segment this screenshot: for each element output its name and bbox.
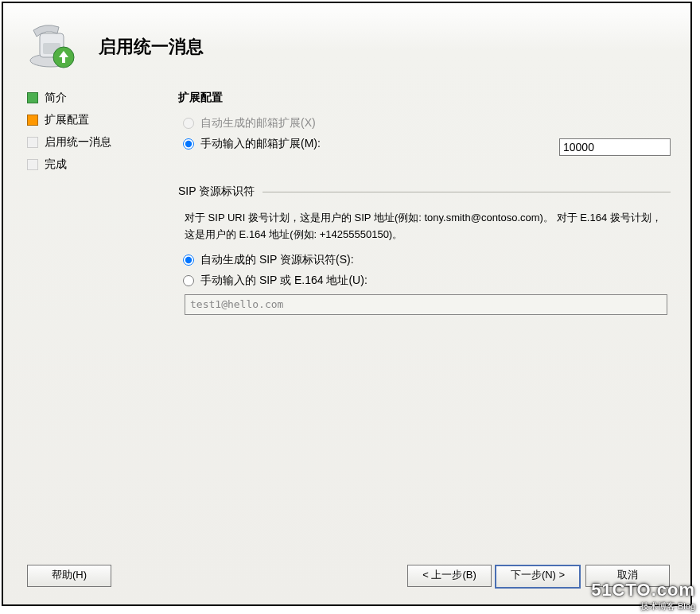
radio-manual-extension-input[interactable] — [183, 138, 194, 150]
step-label: 启用统一消息 — [45, 135, 111, 150]
step-complete: 完成 — [27, 157, 154, 172]
next-button[interactable]: 下一步(N) > — [495, 565, 581, 589]
watermark-logo: 51CTO.com — [591, 580, 695, 600]
section-title: 扩展配置 — [178, 91, 671, 105]
step-status-icon — [27, 137, 38, 148]
radio-auto-extension-input — [183, 118, 194, 129]
step-label: 简介 — [45, 91, 67, 105]
radio-auto-sip[interactable]: 自动生成的 SIP 资源标识符(S): — [183, 253, 671, 267]
back-button[interactable]: < 上一步(B) — [407, 565, 492, 587]
wizard-body: 简介 扩展配置 启用统一消息 完成 扩展配置 自动生成的邮箱扩展(X) — [3, 91, 690, 557]
step-intro: 简介 — [27, 91, 154, 105]
watermark: 51CTO.com 技术博客 Blog — [591, 580, 695, 612]
radio-manual-extension-label: 手动输入的邮箱扩展(M): — [200, 137, 321, 151]
watermark-tagline: 技术博客 Blog — [591, 600, 695, 612]
radio-manual-sip-label: 手动输入的 SIP 或 E.164 地址(U): — [200, 274, 368, 288]
wizard-footer: 帮助(H) < 上一步(B) 下一步(N) > 取消 — [3, 565, 690, 589]
wizard-window: 启用统一消息 简介 扩展配置 启用统一消息 完成 扩展配置 — [2, 2, 692, 606]
radio-auto-sip-input[interactable] — [183, 255, 194, 266]
radio-manual-sip-input[interactable] — [183, 275, 194, 286]
help-button[interactable]: 帮助(H) — [27, 565, 111, 587]
step-extension-config: 扩展配置 — [27, 113, 154, 127]
divider-line — [262, 192, 671, 192]
step-status-icon — [27, 92, 38, 103]
sip-group-header: SIP 资源标识符 — [178, 185, 671, 199]
radio-auto-extension-label: 自动生成的邮箱扩展(X) — [200, 116, 316, 130]
step-label: 完成 — [45, 157, 67, 172]
sip-description: 对于 SIP URI 拨号计划，这是用户的 SIP 地址(例如: tony.sm… — [185, 210, 664, 243]
unified-messaging-phone-icon — [27, 19, 78, 70]
step-status-icon — [27, 115, 38, 126]
manual-extension-input[interactable] — [559, 138, 671, 156]
step-enable-um: 启用统一消息 — [27, 135, 154, 150]
step-status-icon — [27, 159, 38, 170]
sip-group-title: SIP 资源标识符 — [178, 185, 255, 199]
radio-auto-sip-label: 自动生成的 SIP 资源标识符(S): — [200, 253, 354, 267]
radio-manual-sip[interactable]: 手动输入的 SIP 或 E.164 地址(U): — [183, 274, 671, 288]
sip-address-input — [185, 294, 667, 315]
step-label: 扩展配置 — [45, 113, 89, 127]
wizard-header: 启用统一消息 — [3, 3, 690, 67]
wizard-main-content: 扩展配置 自动生成的邮箱扩展(X) 手动输入的邮箱扩展(M): SIP 资源标识… — [178, 91, 671, 315]
wizard-title: 启用统一消息 — [99, 35, 204, 59]
radio-auto-extension: 自动生成的邮箱扩展(X) — [183, 116, 671, 130]
wizard-steps-sidebar: 简介 扩展配置 启用统一消息 完成 — [27, 91, 154, 180]
